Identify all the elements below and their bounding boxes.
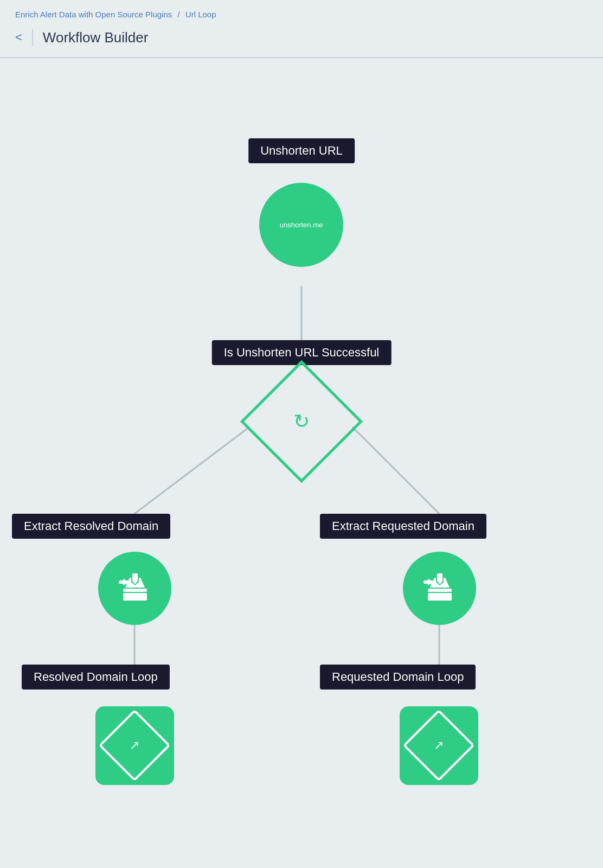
resolved-loop-label: Resolved Domain Loop	[22, 665, 170, 690]
breadcrumb-separator: /	[178, 10, 180, 19]
extract-requested-icon	[424, 573, 456, 603]
resolved-loop-node[interactable]: ↗	[95, 706, 174, 785]
page-title: Workflow Builder	[43, 29, 149, 46]
unshorten-url-label: Unshorten URL	[248, 138, 355, 163]
extract-requested-label: Extract Requested Domain	[320, 514, 486, 539]
canvas: Unshorten URL unshorten.me Is Unshorten …	[0, 58, 603, 861]
unshorten-circle-label: unshorten.me	[280, 221, 323, 229]
breadcrumb: Enrich Alert Data with Open Source Plugi…	[0, 0, 603, 24]
svg-rect-8	[123, 593, 147, 601]
extract-resolved-circle[interactable]	[98, 552, 171, 625]
extract-requested-circle[interactable]	[403, 552, 476, 625]
svg-rect-20	[424, 580, 433, 584]
condition-diamond[interactable]: ↻	[258, 378, 345, 465]
svg-rect-13	[119, 580, 129, 584]
breadcrumb-current[interactable]: Url Loop	[185, 10, 216, 19]
svg-rect-15	[428, 593, 452, 601]
extract-resolved-icon	[119, 573, 151, 603]
header: < Workflow Builder	[0, 24, 603, 58]
svg-rect-14	[428, 589, 452, 592]
header-divider	[32, 29, 33, 46]
breadcrumb-parent[interactable]: Enrich Alert Data with Open Source Plugi…	[15, 10, 172, 19]
requested-loop-label: Requested Domain Loop	[320, 665, 476, 690]
requested-loop-node[interactable]: ↗	[400, 706, 478, 785]
extract-resolved-label: Extract Resolved Domain	[12, 514, 170, 539]
svg-line-1	[134, 427, 249, 514]
svg-line-2	[352, 427, 439, 514]
svg-rect-7	[123, 589, 147, 592]
unshorten-url-circle[interactable]: unshorten.me	[259, 183, 343, 267]
back-button[interactable]: <	[15, 30, 22, 44]
